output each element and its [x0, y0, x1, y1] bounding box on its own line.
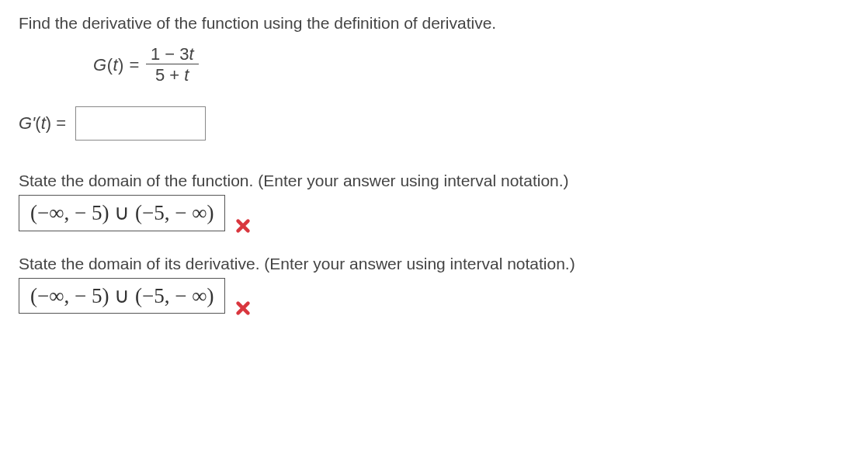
derivative-input[interactable]: [75, 106, 206, 141]
domain-derivative-section: State the domain of its derivative. (Ent…: [19, 255, 849, 314]
fraction-denominator: 5 + t: [151, 64, 193, 85]
domain-function-section: State the domain of the function. (Enter…: [19, 172, 849, 231]
wrong-icon: [234, 217, 252, 234]
function-lhs: G(t) =: [93, 55, 140, 75]
function-definition: G(t) = 1 − 3t 5 + t: [93, 45, 849, 85]
derivative-label: G'(t) =: [19, 113, 66, 134]
domain-function-question: State the domain of the function. (Enter…: [19, 172, 849, 190]
prompt-text: Find the derivative of the function usin…: [19, 14, 849, 33]
domain-function-answer-box[interactable]: (−∞, − 5) ∪ (−5, − ∞): [19, 195, 225, 231]
fraction-numerator: 1 − 3t: [146, 45, 199, 64]
domain-derivative-question: State the domain of its derivative. (Ent…: [19, 255, 849, 273]
wrong-icon: [234, 300, 252, 317]
domain-derivative-answer-box[interactable]: (−∞, − 5) ∪ (−5, − ∞): [19, 278, 225, 314]
function-fraction: 1 − 3t 5 + t: [146, 45, 199, 85]
derivative-row: G'(t) =: [19, 106, 849, 141]
